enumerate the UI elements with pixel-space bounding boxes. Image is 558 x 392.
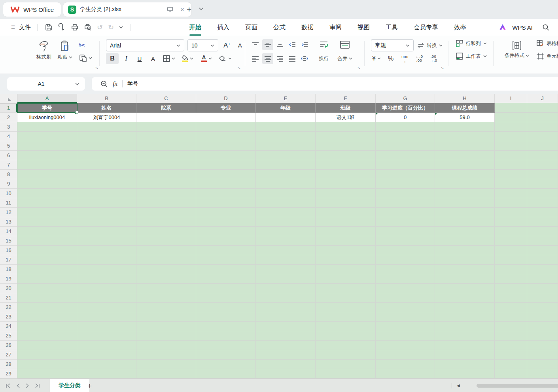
- cell-I26[interactable]: [495, 341, 527, 350]
- cell-G28[interactable]: [376, 360, 435, 369]
- cell-A7[interactable]: [17, 160, 77, 170]
- cell-C6[interactable]: [136, 151, 196, 160]
- row-header-9[interactable]: 9: [0, 179, 17, 189]
- cell-G17[interactable]: [376, 255, 435, 265]
- cell-B20[interactable]: [77, 284, 136, 293]
- tab-efficiency[interactable]: 效率: [454, 22, 466, 33]
- cell-F23[interactable]: [316, 312, 376, 322]
- document-tab[interactable]: S 学生分类 (2).xlsx ✕: [63, 2, 191, 17]
- cell-E1[interactable]: 年级: [256, 103, 316, 113]
- cell-F26[interactable]: [316, 341, 376, 350]
- merge-cells-button[interactable]: [335, 40, 355, 49]
- cell-D3[interactable]: [196, 122, 256, 132]
- cell-F27[interactable]: [316, 350, 376, 360]
- cell-B3[interactable]: [77, 122, 136, 132]
- tab-list-chevron-icon[interactable]: [199, 8, 203, 10]
- cell-F15[interactable]: [316, 236, 376, 246]
- cell-C25[interactable]: [136, 331, 196, 341]
- cell-G10[interactable]: [376, 189, 435, 198]
- cell-D15[interactable]: [196, 236, 256, 246]
- cell-E12[interactable]: [256, 208, 316, 217]
- cell-C28[interactable]: [136, 360, 196, 369]
- column-header-B[interactable]: B: [77, 94, 136, 103]
- cell-E28[interactable]: [256, 360, 316, 369]
- cell-I11[interactable]: [495, 198, 527, 208]
- cell-J1[interactable]: [527, 103, 558, 113]
- cell-H15[interactable]: [435, 236, 495, 246]
- cell-H2[interactable]: 59.0: [435, 113, 495, 122]
- cell-D26[interactable]: [196, 341, 256, 350]
- cell-F7[interactable]: [316, 160, 376, 170]
- cell-F5[interactable]: [316, 141, 376, 151]
- cell-J11[interactable]: [527, 198, 558, 208]
- cell-G2[interactable]: 0: [376, 113, 435, 122]
- cell-F19[interactable]: [316, 274, 376, 284]
- cell-I9[interactable]: [495, 179, 527, 189]
- cell-D24[interactable]: [196, 322, 256, 331]
- cell-F18[interactable]: [316, 265, 376, 274]
- cell-H10[interactable]: [435, 189, 495, 198]
- cell-A18[interactable]: [17, 265, 77, 274]
- cell-J25[interactable]: [527, 331, 558, 341]
- cell-H6[interactable]: [435, 151, 495, 160]
- cell-C27[interactable]: [136, 350, 196, 360]
- cell-E29[interactable]: [256, 369, 316, 379]
- row-header-24[interactable]: 24: [0, 322, 17, 331]
- cell-B29[interactable]: [77, 369, 136, 379]
- cell-F11[interactable]: [316, 198, 376, 208]
- insert-function-icon[interactable]: fx: [113, 80, 117, 88]
- cell-A20[interactable]: [17, 284, 77, 293]
- cell-J7[interactable]: [527, 160, 558, 170]
- tab-data[interactable]: 数据: [301, 22, 314, 33]
- cell-B4[interactable]: [77, 132, 136, 141]
- cell-I20[interactable]: [495, 284, 527, 293]
- cell-G11[interactable]: [376, 198, 435, 208]
- cell-I1[interactable]: [495, 103, 527, 113]
- cell-F13[interactable]: [316, 217, 376, 227]
- increase-decimal-button[interactable]: ←.0.00: [414, 53, 425, 64]
- cell-A15[interactable]: [17, 236, 77, 246]
- cell-I29[interactable]: [495, 369, 527, 379]
- text-orientation-button[interactable]: [299, 53, 310, 64]
- cell-E20[interactable]: [256, 284, 316, 293]
- wrap-text-label[interactable]: 换行: [314, 55, 333, 62]
- cell-G13[interactable]: [376, 217, 435, 227]
- undo-icon[interactable]: ↺: [97, 24, 103, 31]
- row-header-29[interactable]: 29: [0, 369, 17, 379]
- cell-F20[interactable]: [316, 284, 376, 293]
- column-header-C[interactable]: C: [136, 94, 196, 103]
- qat-chevron-icon[interactable]: [119, 26, 123, 28]
- cell-E10[interactable]: [256, 189, 316, 198]
- convert-button[interactable]: 转换: [417, 42, 443, 49]
- cell-C10[interactable]: [136, 189, 196, 198]
- cell-B27[interactable]: [77, 350, 136, 360]
- row-header-25[interactable]: 25: [0, 331, 17, 341]
- cell-D28[interactable]: [196, 360, 256, 369]
- cell-F2[interactable]: 语文1班: [316, 113, 376, 122]
- cell-B1[interactable]: 姓名: [77, 103, 136, 113]
- cell-B25[interactable]: [77, 331, 136, 341]
- align-center-button[interactable]: [262, 53, 273, 64]
- cell-H27[interactable]: [435, 350, 495, 360]
- cell-H19[interactable]: [435, 274, 495, 284]
- cell-A5[interactable]: [17, 141, 77, 151]
- print-preview-icon[interactable]: [84, 23, 92, 31]
- cell-H7[interactable]: [435, 160, 495, 170]
- cell-J28[interactable]: [527, 360, 558, 369]
- cell-I17[interactable]: [495, 255, 527, 265]
- cell-G16[interactable]: [376, 246, 435, 255]
- cell-H11[interactable]: [435, 198, 495, 208]
- cell-J10[interactable]: [527, 189, 558, 198]
- cell-E26[interactable]: [256, 341, 316, 350]
- redo-icon[interactable]: ↻: [108, 24, 114, 31]
- cell-J23[interactable]: [527, 312, 558, 322]
- cell-I2[interactable]: [495, 113, 527, 122]
- tab-review[interactable]: 审阅: [329, 22, 342, 33]
- cell-E18[interactable]: [256, 265, 316, 274]
- cell-A9[interactable]: [17, 179, 77, 189]
- cell-C23[interactable]: [136, 312, 196, 322]
- row-header-1[interactable]: 1: [0, 103, 17, 113]
- cell-G1[interactable]: 学习进度（百分比）: [376, 103, 435, 113]
- cell-A8[interactable]: [17, 170, 77, 179]
- cell-G7[interactable]: [376, 160, 435, 170]
